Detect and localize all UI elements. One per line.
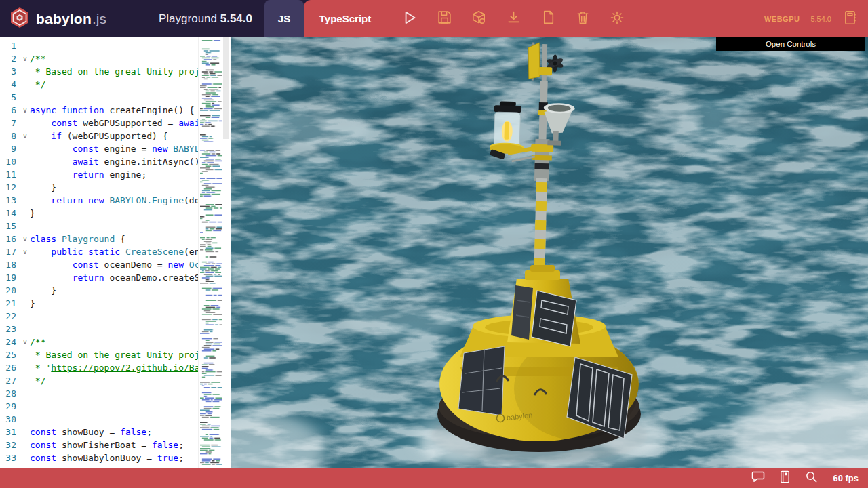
line-number[interactable]: 2 <box>0 52 20 65</box>
scrollbar-slider[interactable] <box>223 37 229 139</box>
line-number[interactable]: 22 <box>0 310 20 323</box>
code-line[interactable]: 13 return new BABYLON.Engine(document.ge… <box>0 194 198 207</box>
line-number[interactable]: 31 <box>0 426 20 439</box>
tab-javascript[interactable]: JS <box>264 0 304 37</box>
code-line[interactable]: 7 const webGPUSupported = await BABYLON.… <box>0 117 198 129</box>
babylon-logo[interactable]: babylon.js <box>9 7 106 31</box>
line-number[interactable]: 29 <box>0 400 20 413</box>
minimap[interactable] <box>198 37 222 468</box>
fold-chevron-icon[interactable]: ∨ <box>20 129 30 142</box>
line-number[interactable]: 21 <box>0 297 20 310</box>
code-line[interactable]: 30 <box>0 413 198 426</box>
line-number[interactable]: 17 <box>0 245 20 258</box>
render-canvas[interactable]: babylon Open Controls <box>231 37 868 468</box>
search-button[interactable] <box>804 470 818 485</box>
line-number[interactable]: 30 <box>0 413 20 426</box>
code-line[interactable]: 4 */ <box>0 78 198 91</box>
code-line[interactable]: 16∨class Playground { <box>0 232 198 245</box>
download-button[interactable] <box>505 11 521 27</box>
line-number[interactable]: 24 <box>0 336 20 348</box>
code-line[interactable]: 8∨ if (webGPUSupported) { <box>0 129 198 142</box>
ocean-scene: babylon <box>231 37 868 468</box>
line-number[interactable]: 20 <box>0 284 20 297</box>
code-line[interactable]: 6∨async function createEngine() { <box>0 104 198 117</box>
code-line[interactable]: 27 */ <box>0 374 198 387</box>
fold-chevron-icon[interactable]: ∨ <box>20 104 30 117</box>
line-number[interactable]: 18 <box>0 258 20 271</box>
code-line[interactable]: 5 <box>0 91 198 104</box>
code-line[interactable]: 28 <box>0 387 198 400</box>
code-line[interactable]: 21} <box>0 297 198 310</box>
line-number[interactable]: 1 <box>0 39 20 52</box>
code-line[interactable]: 19 return oceanDemo.createScene(engine, … <box>0 271 198 284</box>
line-number[interactable]: 14 <box>0 207 20 220</box>
code-line[interactable]: 23 <box>0 323 198 336</box>
code-line[interactable]: 18 const oceanDemo = new Ocean(); <box>0 258 198 271</box>
line-number[interactable]: 19 <box>0 271 20 284</box>
code-line[interactable]: 14} <box>0 207 198 220</box>
line-number[interactable]: 4 <box>0 78 20 91</box>
line-number[interactable]: 5 <box>0 91 20 104</box>
delete-button[interactable] <box>574 11 591 27</box>
line-number[interactable]: 12 <box>0 181 20 194</box>
fold-chevron-icon[interactable]: ∨ <box>20 52 30 65</box>
line-number[interactable]: 7 <box>0 117 20 129</box>
code-line[interactable]: 1 <box>0 39 198 52</box>
line-number[interactable]: 13 <box>0 194 20 207</box>
code-line[interactable]: 25 * Based on the great Unity project fr… <box>0 348 198 361</box>
save-button[interactable] <box>436 11 452 27</box>
line-number[interactable]: 25 <box>0 348 20 361</box>
line-number[interactable]: 23 <box>0 323 20 336</box>
line-number[interactable]: 3 <box>0 65 20 78</box>
new-button[interactable] <box>540 11 556 27</box>
code-line[interactable]: 34 <box>0 464 198 468</box>
line-number[interactable]: 32 <box>0 439 20 451</box>
editor-scrollbar[interactable] <box>222 37 230 468</box>
open-controls-button[interactable]: Open Controls <box>716 37 865 51</box>
line-number[interactable]: 6 <box>0 104 20 117</box>
line-number[interactable]: 8 <box>0 129 20 142</box>
line-number[interactable]: 10 <box>0 155 20 168</box>
code-line[interactable]: 2∨/** <box>0 52 198 65</box>
line-number[interactable]: 27 <box>0 374 20 387</box>
code-line[interactable]: 15 <box>0 220 198 232</box>
fold-chevron-icon[interactable]: ∨ <box>20 336 30 348</box>
fold-spacer <box>20 374 30 387</box>
line-number[interactable]: 9 <box>0 142 20 155</box>
code-lines[interactable]: 12∨/**3 * Based on the great Unity proje… <box>0 37 198 468</box>
fold-chevron-icon[interactable]: ∨ <box>20 232 30 245</box>
code-line[interactable]: 24∨/** <box>0 336 198 348</box>
line-number[interactable]: 16 <box>0 232 20 245</box>
fold-spacer <box>20 310 30 323</box>
code-line[interactable]: 32const showFisherBoat = false; <box>0 439 198 451</box>
line-number[interactable]: 33 <box>0 451 20 464</box>
code-line[interactable]: 12 } <box>0 181 198 194</box>
line-number[interactable]: 26 <box>0 361 20 374</box>
settings-button[interactable] <box>609 11 625 27</box>
docs-button[interactable] <box>777 470 792 485</box>
code-line[interactable]: 33const showBabylonBuoy = true; <box>0 451 198 464</box>
code-line[interactable]: 9 const engine = new BABYLON.WebGPUEngin… <box>0 142 198 155</box>
examples-button[interactable] <box>842 11 859 27</box>
code-line[interactable]: 10 await engine.initAsync(); <box>0 155 198 168</box>
fold-chevron-icon[interactable]: ∨ <box>20 245 30 258</box>
line-number[interactable]: 11 <box>0 168 20 181</box>
line-number[interactable]: 34 <box>0 464 20 468</box>
code-line[interactable]: 22 <box>0 310 198 323</box>
fold-spacer <box>20 220 30 232</box>
line-number[interactable]: 28 <box>0 387 20 400</box>
run-button[interactable] <box>401 11 418 27</box>
code-line[interactable]: 31const showBuoy = false; <box>0 426 198 439</box>
tab-typescript[interactable]: TypeScript <box>304 13 387 24</box>
fold-spacer <box>20 194 30 207</box>
engine-version: 5.54.0 <box>810 15 831 23</box>
comment-button[interactable] <box>751 470 766 485</box>
code-line[interactable]: 3 * Based on the great Unity project fro… <box>0 65 198 78</box>
inspector-button[interactable] <box>471 11 487 27</box>
line-number[interactable]: 15 <box>0 220 20 232</box>
code-line[interactable]: 11 return engine; <box>0 168 198 181</box>
code-line[interactable]: 17∨ public static CreateScene(engine, ca… <box>0 245 198 258</box>
code-line[interactable]: 26 * 'https://popov72.github.io/BabylonD… <box>0 361 198 374</box>
code-line[interactable]: 20 } <box>0 284 198 297</box>
code-line[interactable]: 29 <box>0 400 198 413</box>
